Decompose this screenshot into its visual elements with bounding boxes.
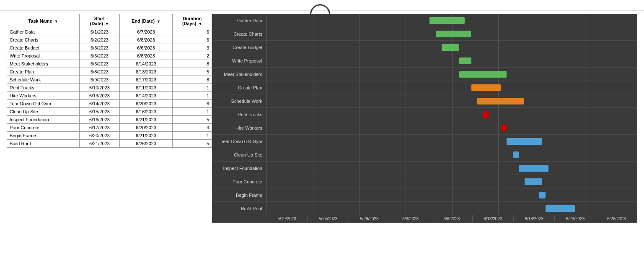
gantt-grid-line [266, 41, 267, 54]
gantt-grid-line [406, 27, 406, 41]
task-start-cell: 6/6/2023 [80, 52, 120, 60]
gantt-grid-line [266, 27, 267, 41]
gantt-row-label: Rent Trucks [212, 112, 266, 117]
gantt-grid-line [406, 135, 406, 148]
gantt-grid-line [406, 121, 406, 135]
gantt-row-label: Schedule Work [212, 99, 266, 104]
gantt-bar [483, 111, 489, 118]
gantt-row: Meet Stakeholders [212, 68, 637, 81]
gantt-date-label: 6/3/2023 [390, 215, 431, 222]
gantt-row-label: Write Proposal [212, 58, 266, 63]
gantt-bar [513, 151, 519, 158]
task-duration-cell: 1 [173, 108, 212, 116]
gantt-header: 5/19/20235/24/20235/29/20236/3/20236/8/2… [212, 215, 637, 223]
gantt-grid-line [313, 41, 313, 54]
task-end-cell: 6/6/2023 [119, 44, 173, 52]
gantt-row-bars [266, 94, 637, 108]
gantt-bar [477, 98, 524, 104]
gantt-grid-line [313, 54, 313, 68]
table-row: Meet Stakeholders 6/6/2023 6/14/2023 8 [7, 60, 212, 68]
table-row: Write Proposal 6/6/2023 6/8/2023 2 [7, 52, 212, 60]
gantt-grid-line [591, 202, 591, 215]
task-end-cell: 6/16/2023 [119, 108, 173, 116]
gantt-grid-line [313, 162, 313, 175]
gantt-grid-line [591, 14, 591, 27]
task-start-cell: 6/21/2023 [80, 140, 120, 148]
filter-icon-start[interactable]: ▼ [105, 22, 109, 26]
col-header-task[interactable]: Task Name ▼ [7, 14, 80, 28]
gantt-date-label: 6/18/2023 [514, 215, 555, 222]
task-end-cell: 6/21/2023 [119, 132, 173, 140]
gantt-row-label: Gather Data [212, 18, 266, 23]
gantt-bar [525, 178, 542, 185]
gantt-grid-line [406, 41, 406, 54]
filter-icon-duration[interactable]: ▼ [199, 22, 202, 26]
gantt-bar [471, 84, 501, 91]
gantt-row-label: Build Roof [212, 206, 266, 211]
task-start-cell: 6/20/2023 [80, 132, 120, 140]
filter-icon-end[interactable]: ▼ [157, 19, 160, 24]
task-name-cell: Create Charts [7, 36, 80, 44]
task-name-cell: Rent Trucks [7, 84, 80, 92]
table-row: Begin Frame 6/20/2023 6/21/2023 1 [7, 132, 212, 140]
task-duration-cell: 2 [173, 52, 212, 60]
gantt-grid-line [266, 148, 267, 162]
table-row: Gather Data 6/1/2023 6/7/2023 6 [7, 28, 212, 36]
gantt-date-label: 6/28/2023 [596, 215, 637, 222]
task-end-cell: 6/14/2023 [119, 92, 173, 100]
gantt-grid-line [591, 148, 591, 162]
task-end-cell: 6/13/2023 [119, 68, 173, 76]
gantt-grid-line [545, 202, 545, 215]
gantt-grid-line [452, 202, 453, 215]
task-table-container: Task Name ▼ Start(Date) ▼ End (Date) ▼ D… [7, 14, 212, 223]
gantt-grid-line [313, 81, 313, 94]
gantt-grid-line [591, 27, 591, 41]
gantt-grid-line [266, 202, 267, 215]
gantt-row-bars [266, 175, 637, 188]
col-header-start[interactable]: Start(Date) ▼ [80, 14, 120, 28]
col-header-duration[interactable]: Duration(Days) ▼ [173, 14, 212, 28]
gantt-grid-line [359, 202, 360, 215]
gantt-row-bars [266, 108, 637, 121]
task-end-cell: 6/26/2023 [119, 140, 173, 148]
gantt-grid-line [498, 175, 499, 188]
gantt-row-label: Tear Down Old Gym [212, 139, 266, 144]
gantt-row-bars [266, 54, 637, 68]
gantt-grid-line [359, 81, 360, 94]
gantt-grid-line [313, 108, 313, 121]
gantt-grid-line [313, 188, 313, 202]
gantt-grid-line [591, 108, 591, 121]
gantt-grid-line [452, 68, 453, 81]
task-table: Task Name ▼ Start(Date) ▼ End (Date) ▼ D… [7, 14, 212, 148]
col-header-end[interactable]: End (Date) ▼ [119, 14, 173, 28]
task-end-cell: 6/14/2023 [119, 60, 173, 68]
task-start-cell: 6/8/2023 [80, 68, 120, 76]
task-duration-cell: 3 [173, 124, 212, 132]
gantt-grid-line [498, 121, 499, 135]
gantt-grid-line [452, 148, 453, 162]
gantt-grid-line [545, 41, 545, 54]
gantt-date-label: 5/29/2023 [349, 215, 390, 222]
gantt-body: Gather DataCreate ChartsCreate BudgetWri… [212, 14, 637, 215]
gantt-grid-line [313, 68, 313, 81]
gantt-grid-line [359, 162, 360, 175]
gantt-grid-line [266, 94, 267, 108]
gantt-grid-line [266, 14, 267, 27]
task-name-cell: Clean Up Site [7, 108, 80, 116]
gantt-grid-line [591, 68, 591, 81]
task-end-cell: 6/7/2023 [119, 28, 173, 36]
task-duration-cell: 1 [173, 92, 212, 100]
task-start-cell: 6/16/2023 [80, 116, 120, 124]
task-duration-cell: 6 [173, 100, 212, 108]
gantt-row-bars [266, 202, 637, 215]
table-row: Create Charts 6/2/2023 6/8/2023 6 [7, 36, 212, 44]
task-name-cell: Write Proposal [7, 52, 80, 60]
gantt-bar [436, 31, 471, 37]
gantt-row: Begin Frame [212, 188, 637, 202]
filter-icon-task[interactable]: ▼ [54, 19, 58, 24]
task-name-cell: Create Plan [7, 68, 80, 76]
gantt-grid-line [591, 175, 591, 188]
gantt-grid-line [452, 175, 453, 188]
gantt-grid-line [591, 94, 591, 108]
task-end-cell: 6/20/2023 [119, 100, 173, 108]
